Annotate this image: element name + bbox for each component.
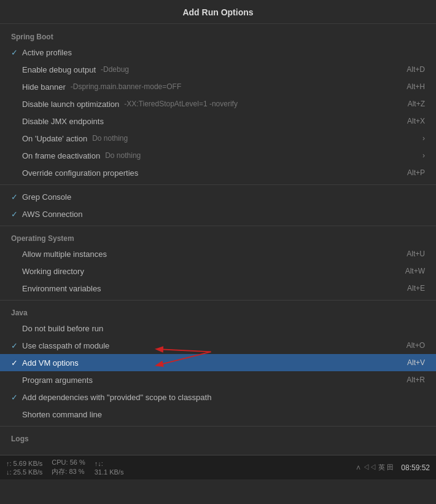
subtext-on-frame-deactivation: Do nothing — [105, 151, 141, 160]
label-do-not-build: Do not build before run — [22, 324, 103, 333]
item-add-vm-options[interactable]: ✓ Add VM options Alt+V — [0, 354, 436, 371]
divider-2 — [0, 226, 436, 226]
label-disable-jmx: Disable JMX endpoints — [22, 117, 104, 126]
dialog-title: Add Run Options — [0, 0, 436, 24]
io-label: ↑↓: — [95, 460, 124, 467]
section-spring-boot: Spring Boot — [0, 28, 436, 44]
shortcut-hide-banner: Alt+H — [407, 82, 425, 91]
item-active-profiles[interactable]: ✓ Active profiles — [0, 44, 436, 61]
item-grep-console[interactable]: ✓ Grep Console — [0, 188, 436, 205]
item-on-update[interactable]: On 'Update' action Do nothing › — [0, 130, 436, 147]
shortcut-env-variables: Alt+E — [407, 284, 425, 293]
section-java: Java — [0, 304, 436, 320]
label-add-deps: Add dependencies with "provided" scope t… — [22, 393, 211, 402]
download-speed: ↓: 25.5 KB/s — [6, 468, 42, 476]
io-stats: ↑↓: 31.1 KB/s — [95, 460, 124, 476]
item-hide-banner[interactable]: Hide banner -Dspring.main.banner-mode=OF… — [0, 78, 436, 95]
status-right: ∧ ◁◁ 英 田 08:59:52 — [356, 463, 430, 472]
check-add-deps: ✓ — [11, 393, 22, 402]
label-on-frame-deactivation: On frame deactivation — [22, 151, 100, 160]
label-shorten-cmdline: Shorten command line — [22, 410, 102, 419]
add-run-options-dialog: Add Run Options Spring Boot ✓ Active pro… — [0, 0, 436, 479]
subtext-hide-banner: -Dspring.main.banner-mode=OFF — [71, 82, 181, 91]
label-working-directory: Working directory — [22, 267, 84, 276]
status-bar: ↑: 5.69 KB/s ↓: 25.5 KB/s CPU: 56 % 内存: … — [0, 455, 436, 479]
item-on-frame-deactivation[interactable]: On frame deactivation Do nothing › — [0, 147, 436, 164]
shortcut-allow-multiple: Alt+U — [407, 250, 425, 258]
subtext-disable-launch: -XX:TieredStopAtLevel=1 -noverify — [124, 100, 238, 108]
label-disable-launch: Disable launch optimization — [22, 100, 119, 109]
label-active-profiles: Active profiles — [22, 48, 72, 57]
shortcut-use-classpath: Alt+O — [407, 341, 425, 350]
subtext-enable-debug: -Ddebug — [101, 65, 129, 74]
item-allow-multiple[interactable]: Allow multiple instances Alt+U — [0, 245, 436, 262]
divider-3 — [0, 300, 436, 301]
upload-speed: ↑: 5.69 KB/s — [6, 460, 42, 467]
check-use-classpath: ✓ — [11, 341, 22, 350]
shortcut-program-args: Alt+R — [407, 376, 425, 384]
item-do-not-build[interactable]: Do not build before run — [0, 320, 436, 337]
label-grep-console: Grep Console — [22, 192, 71, 202]
system-icons: ∧ ◁◁ 英 田 — [356, 463, 394, 472]
io-speed: 31.1 KB/s — [95, 468, 124, 476]
clock: 08:59:52 — [401, 463, 430, 472]
section-logs: Logs — [0, 430, 436, 446]
section-operating-system: Operating System — [0, 229, 436, 245]
item-enable-debug[interactable]: Enable debug output -Ddebug Alt+D — [0, 61, 436, 78]
item-env-variables[interactable]: Environment variables Alt+E — [0, 280, 436, 297]
cpu-label: CPU: 56 % — [52, 459, 85, 466]
label-add-vm-options: Add VM options — [22, 358, 79, 368]
item-working-directory[interactable]: Working directory Alt+W — [0, 262, 436, 280]
shortcut-working-directory: Alt+W — [405, 267, 425, 275]
divider-1 — [0, 184, 436, 185]
memory-label: 内存: 83 % — [52, 467, 85, 476]
network-stats: ↑: 5.69 KB/s ↓: 25.5 KB/s — [6, 460, 42, 476]
check-grep-console: ✓ — [11, 192, 22, 202]
label-enable-debug: Enable debug output — [22, 65, 96, 74]
check-active-profiles: ✓ — [11, 48, 22, 57]
check-add-vm-options: ✓ — [11, 358, 22, 368]
label-on-update: On 'Update' action — [22, 134, 87, 143]
label-allow-multiple: Allow multiple instances — [22, 250, 107, 259]
arrow-on-update: › — [422, 134, 425, 143]
system-stats: CPU: 56 % 内存: 83 % — [52, 459, 85, 476]
subtext-on-update: Do nothing — [92, 134, 128, 143]
shortcut-disable-launch: Alt+Z — [408, 100, 425, 108]
shortcut-add-vm-options: Alt+V — [407, 358, 425, 367]
shortcut-override-config: Alt+P — [407, 168, 425, 177]
label-hide-banner: Hide banner — [22, 82, 66, 92]
item-shorten-cmdline[interactable]: Shorten command line — [0, 406, 436, 423]
label-use-classpath: Use classpath of module — [22, 341, 109, 350]
label-aws-connection: AWS Connection — [22, 210, 83, 219]
shortcut-disable-jmx: Alt+X — [407, 117, 425, 125]
arrow-on-frame-deactivation: › — [422, 151, 425, 160]
item-override-config[interactable]: Override configuration properties Alt+P — [0, 164, 436, 181]
divider-4 — [0, 426, 436, 427]
shortcut-enable-debug: Alt+D — [407, 65, 425, 74]
item-disable-jmx[interactable]: Disable JMX endpoints Alt+X — [0, 112, 436, 130]
item-disable-launch[interactable]: Disable launch optimization -XX:TieredSt… — [0, 95, 436, 112]
check-aws-connection: ✓ — [11, 210, 22, 219]
label-override-config: Override configuration properties — [22, 168, 138, 178]
item-add-deps[interactable]: ✓ Add dependencies with "provided" scope… — [0, 388, 436, 406]
item-aws-connection[interactable]: ✓ AWS Connection — [0, 205, 436, 222]
item-program-args[interactable]: Program arguments Alt+R — [0, 371, 436, 388]
menu-content: Spring Boot ✓ Active profiles Enable deb… — [0, 24, 436, 455]
item-use-classpath[interactable]: ✓ Use classpath of module Alt+O — [0, 337, 436, 354]
label-program-args: Program arguments — [22, 376, 93, 385]
label-env-variables: Environment variables — [22, 284, 101, 293]
